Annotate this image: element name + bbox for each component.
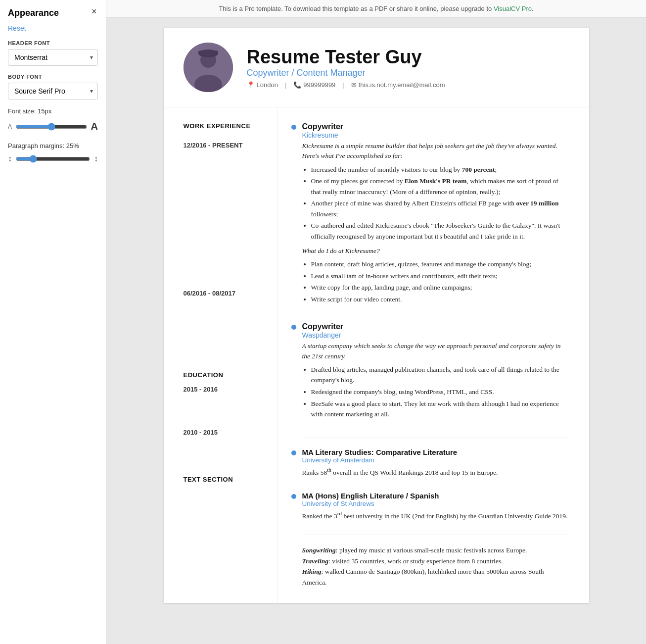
font-size-slider-row: A A	[8, 121, 98, 132]
resume-header: Resume Tester Guy Copywriter / Content M…	[164, 28, 589, 107]
header-info: Resume Tester Guy Copywriter / Content M…	[247, 47, 445, 89]
phone-text: 999999999	[303, 81, 335, 89]
contact-info: 📍 London | 📞 999999999 | ✉ this.is.not.m…	[247, 81, 445, 89]
text-item-hiking: Hiking: walked Camino de Santiago (800km…	[302, 566, 569, 588]
banner-text: This is a Pro template. To download this…	[219, 5, 493, 12]
edu1-dot	[291, 450, 296, 455]
job2-dot	[291, 325, 296, 330]
avatar	[184, 43, 233, 92]
pro-banner: This is a Pro template. To download this…	[106, 0, 646, 18]
body-font-label: BODY FONT	[8, 74, 98, 80]
job1-b2-1: Plan content, draft blog articles, quizz…	[311, 259, 569, 270]
text-section-heading: TEXT SECTION	[184, 476, 267, 483]
font-size-label: Font size: 15px	[8, 107, 98, 115]
text-item-songwriting: Songwriting: played my music at various …	[302, 545, 569, 556]
banner-suffix: .	[532, 5, 534, 12]
header-font-select[interactable]: Montserrat Roboto Open Sans Lato	[8, 49, 98, 66]
text-section-divider	[302, 535, 569, 535]
job1-bullets2: Plan content, draft blog articles, quizz…	[302, 259, 569, 304]
job1-bullet-1: Increased the number of monthly visitors…	[311, 164, 569, 175]
job1-bullet-4: Co-authored and edited Kickresume's eboo…	[311, 220, 569, 242]
left-column: WORK EXPERIENCE 12/2016 - PRESENT 06/201…	[164, 107, 277, 603]
work-experience-heading: WORK EXPERIENCE	[184, 122, 267, 130]
text-section-content: Songwriting: played my music at various …	[302, 545, 569, 588]
job2-desc: A startup company which seeks to change …	[302, 341, 569, 361]
job2-bullet-2: Redesigned the company's blog, using Wor…	[311, 387, 569, 397]
edu2-entry: MA (Hons) English Literature / Spanish U…	[302, 492, 569, 521]
email-item: ✉ this.is.not.my.email@mail.com	[351, 81, 445, 89]
sidebar: Appearance × Reset HEADER FONT Montserra…	[0, 0, 106, 644]
job1-bullet-3: Another piece of mine was shared by Albe…	[311, 198, 569, 219]
body-font-dropdown-wrapper: Source Serif Pro Georgia Times New Roman…	[8, 83, 98, 99]
sidebar-title: Appearance	[8, 8, 59, 18]
job1-b2-2: Lead a small tam of in-house writers and…	[311, 271, 569, 282]
job1-b2-3: Write copy for the app, landing page, an…	[311, 282, 569, 293]
job1-date: 12/2016 - PRESENT	[184, 142, 267, 149]
job2-entry: Copywriter Waspdanger A startup company …	[302, 322, 569, 419]
visualcv-pro-link[interactable]: VisualCV Pro	[494, 5, 532, 12]
job2-company: Waspdanger	[302, 331, 569, 339]
edu1-school: University of Amsterdam	[302, 456, 569, 464]
edu1-degree: MA Literary Studies: Comparative Literat…	[302, 448, 569, 456]
edu1-entry: MA Literary Studies: Comparative Literat…	[302, 448, 569, 478]
margin-small-icon: ↕	[8, 154, 12, 163]
close-button[interactable]: ×	[92, 7, 97, 16]
phone-item: 📞 999999999	[293, 81, 335, 89]
font-size-slider[interactable]	[16, 123, 87, 131]
edu2-date: 2010 - 2015	[184, 429, 267, 436]
edu1-desc: Ranks 58th overall in the QS World Ranki…	[302, 466, 569, 478]
margin-slider[interactable]	[16, 155, 90, 163]
job1-desc: Kickresume is a simple resume builder th…	[302, 141, 569, 161]
right-col-inner: Copywriter Kickresume Kickresume is a si…	[292, 122, 569, 588]
job2-date: 06/2016 - 08/2017	[184, 290, 267, 297]
email-icon: ✉	[351, 81, 357, 89]
resume-card: Resume Tester Guy Copywriter / Content M…	[164, 28, 589, 603]
email-text: this.is.not.my.email@mail.com	[359, 81, 445, 89]
resume-body: WORK EXPERIENCE 12/2016 - PRESENT 06/201…	[164, 107, 589, 603]
job2-bullet-1: Drafted blog articles, managed publicati…	[311, 364, 569, 386]
reset-link[interactable]: Reset	[8, 24, 98, 32]
edu2-desc: Ranked the 3rd best university in the UK…	[302, 509, 569, 521]
header-font-dropdown-wrapper: Montserrat Roboto Open Sans Lato ▾	[8, 49, 98, 66]
location-item: 📍 London	[247, 81, 278, 89]
job1-bullet-2: One of my pieces got corrected by Elon M…	[311, 176, 569, 197]
education-divider	[302, 438, 569, 438]
location-pin-icon: 📍	[247, 81, 255, 89]
font-size-large-a: A	[91, 121, 98, 132]
margin-slider-row: ↕ ↕	[8, 154, 98, 163]
job1-desc2: What do I do at Kickresume?	[302, 246, 569, 256]
font-size-small-a: A	[8, 123, 12, 130]
phone-icon: 📞	[293, 81, 301, 89]
job2-title: Copywriter	[302, 322, 569, 331]
job1-b2-4: Write script for our video content.	[311, 294, 569, 305]
resume-title: Copywriter / Content Manager	[247, 68, 445, 78]
edu2-school: University of St Andrews	[302, 500, 569, 507]
right-column: Copywriter Kickresume Kickresume is a si…	[277, 107, 589, 603]
job1-entry: Copywriter Kickresume Kickresume is a si…	[302, 122, 569, 304]
text-item-traveling: Traveling: visited 35 countries, work or…	[302, 556, 569, 567]
main-area: This is a Pro template. To download this…	[106, 0, 646, 644]
resume-name: Resume Tester Guy	[247, 47, 445, 68]
job2-bullet-3: BeeSafe was a good place to start. They …	[311, 398, 569, 420]
job1-bullets: Increased the number of monthly visitors…	[302, 164, 569, 242]
location-text: London	[257, 81, 278, 89]
job1-company: Kickresume	[302, 131, 569, 139]
edu2-degree: MA (Hons) English Literature / Spanish	[302, 492, 569, 500]
education-heading: EDUCATION	[184, 371, 267, 379]
edu1-date: 2015 - 2016	[184, 386, 267, 393]
job2-bullets: Drafted blog articles, managed publicati…	[302, 364, 569, 420]
header-font-label: HEADER FONT	[8, 40, 98, 46]
margin-large-icon: ↕	[94, 154, 98, 163]
job1-dot	[291, 125, 296, 130]
edu2-dot	[291, 494, 296, 499]
paragraph-margins-label: Paragraph margins: 25%	[8, 142, 98, 149]
body-font-select[interactable]: Source Serif Pro Georgia Times New Roman…	[8, 83, 98, 99]
job1-title: Copywriter	[302, 122, 569, 131]
svg-rect-4	[198, 50, 218, 54]
